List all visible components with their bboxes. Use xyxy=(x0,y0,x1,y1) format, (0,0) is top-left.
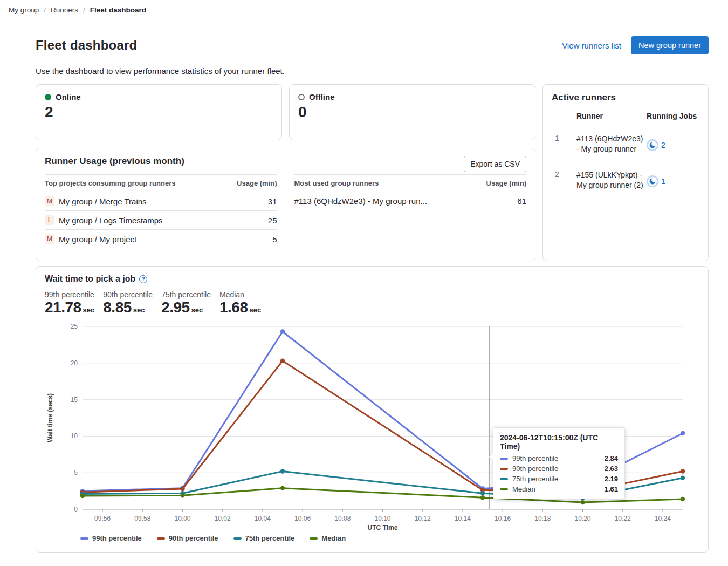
tooltip-row: Median 1.61 xyxy=(500,485,618,493)
svg-text:10:12: 10:12 xyxy=(415,515,431,522)
runner-name: #113 (6QHdzW2e3) - My group run... xyxy=(294,196,428,206)
active-runners-title: Active runners xyxy=(552,92,699,103)
page-description: Use the dashboard to view performance st… xyxy=(36,66,709,76)
active-runners-table: Runner Running Jobs 1 #113 (6QHdzW2e3) -… xyxy=(552,105,699,198)
view-runners-list-link[interactable]: View runners list xyxy=(562,41,621,50)
breadcrumb-runners[interactable]: Runners xyxy=(51,6,78,14)
stat-median: Median 1.68sec xyxy=(219,290,261,316)
legend-item-90th-percentile[interactable]: 90th percentile xyxy=(157,534,218,542)
svg-text:10:18: 10:18 xyxy=(534,515,551,522)
legend-item-99th-percentile[interactable]: 99th percentile xyxy=(80,534,142,542)
series-swatch xyxy=(233,537,242,540)
svg-text:25: 25 xyxy=(71,323,78,330)
tooltip-series-name: 75th percentile xyxy=(512,475,600,483)
page-title: Fleet dashboard xyxy=(36,38,137,53)
table-row: #113 (6QHdzW2e3) - My group run... 61 xyxy=(294,192,527,210)
runner-usage-card: Runner Usage (previous month) Export as … xyxy=(36,148,535,261)
project-avatar: M xyxy=(45,196,54,206)
running-status-icon xyxy=(647,175,658,187)
svg-text:10:14: 10:14 xyxy=(455,515,471,522)
tooltip-series-name: 90th percentile xyxy=(512,465,600,473)
column-header-running-jobs: Running Jobs xyxy=(647,105,699,126)
tooltip-title: 2024-06-12T10:15:00Z (UTC Time) xyxy=(500,433,618,451)
series-swatch xyxy=(310,537,318,540)
tooltip-series-name: 99th percentile xyxy=(512,454,600,462)
usage-minutes: 5 xyxy=(272,235,277,244)
main-content: Fleet dashboard View runners list New gr… xyxy=(0,21,728,563)
tooltip-series-value: 2.84 xyxy=(605,454,618,462)
top-projects-table: Top projects consuming group runners Usa… xyxy=(45,174,277,248)
svg-text:10:20: 10:20 xyxy=(574,515,590,522)
breadcrumb-my-group[interactable]: My group xyxy=(9,6,39,14)
svg-text:10:02: 10:02 xyxy=(215,515,231,522)
svg-text:0: 0 xyxy=(74,506,78,513)
online-count: 2 xyxy=(45,104,273,121)
stat-value: 1.68sec xyxy=(219,299,261,316)
wait-time-title: Wait time to pick a job xyxy=(45,274,135,284)
runner-rank: 1 xyxy=(552,126,576,162)
column-header-usage: Usage (min) xyxy=(237,179,277,187)
tooltip-series-value: 2.19 xyxy=(605,475,618,483)
series-swatch xyxy=(500,488,508,490)
tooltip-series-name: Median xyxy=(512,485,600,493)
series-swatch xyxy=(500,478,508,480)
tooltip-series-value: 1.61 xyxy=(605,485,618,493)
online-card: Online 2 xyxy=(36,84,282,140)
stat-90th-percentile: 90th percentile 8.85sec xyxy=(103,290,153,316)
series-swatch xyxy=(80,537,88,540)
svg-text:09:56: 09:56 xyxy=(94,515,111,522)
export-csv-button[interactable]: Export as CSV xyxy=(464,156,526,172)
stat-label: 90th percentile xyxy=(103,290,153,299)
wait-time-card: Wait time to pick a job ? 99th percentil… xyxy=(36,266,709,553)
project-name: My group / Merge Trains xyxy=(59,197,147,206)
breadcrumb-current: Fleet dashboard xyxy=(90,6,146,14)
svg-text:10:00: 10:00 xyxy=(174,515,190,522)
legend-item-75th-percentile[interactable]: 75th percentile xyxy=(233,534,295,542)
runner-rank: 2 xyxy=(552,162,576,197)
series-swatch xyxy=(157,537,165,540)
table-row: 1 #113 (6QHdzW2e3) - My group runner 2 xyxy=(552,126,699,162)
offline-label: Offline xyxy=(309,92,335,101)
column-header-usage: Usage (min) xyxy=(486,179,526,187)
stat-label: 75th percentile xyxy=(161,290,211,299)
stat-99th-percentile: 99th percentile 21.78sec xyxy=(45,290,94,316)
running-jobs-count[interactable]: 1 xyxy=(661,177,665,186)
offline-card: Offline 0 xyxy=(289,84,535,140)
series-swatch xyxy=(500,458,508,460)
usage-minutes: 31 xyxy=(268,197,277,206)
runner-usage-title: Runner Usage (previous month) xyxy=(45,156,526,167)
table-row: M My group / Merge Trains 31 xyxy=(45,192,277,211)
table-row: M My group / My project 5 xyxy=(45,230,277,248)
most-used-runners-table: Most used group runners Usage (min) #113… xyxy=(294,174,527,248)
chart-tooltip: 2024-06-12T10:15:00Z (UTC Time) 99th per… xyxy=(493,427,625,499)
new-group-runner-button[interactable]: New group runner xyxy=(631,36,709,54)
offline-status-icon xyxy=(298,94,305,100)
legend-label: 75th percentile xyxy=(245,534,295,542)
column-header-top-projects: Top projects consuming group runners xyxy=(45,179,175,187)
tooltip-series-value: 2.63 xyxy=(605,465,618,473)
online-status-icon xyxy=(45,94,51,100)
tooltip-row: 75th percentile 2.19 xyxy=(500,475,618,483)
tooltip-row: 99th percentile 2.84 xyxy=(500,454,618,462)
online-label: Online xyxy=(56,92,81,101)
svg-text:10:22: 10:22 xyxy=(615,515,631,522)
wait-time-stats: 99th percentile 21.78sec 90th percentile… xyxy=(45,290,699,316)
help-icon[interactable]: ? xyxy=(139,275,147,283)
project-name: My group / Logs Timestamps xyxy=(59,216,163,225)
svg-text:10:24: 10:24 xyxy=(655,515,671,522)
stat-value: 8.85sec xyxy=(103,299,153,316)
project-avatar: L xyxy=(45,215,54,225)
legend-item-median[interactable]: Median xyxy=(310,534,346,542)
legend-label: 90th percentile xyxy=(169,534,218,542)
breadcrumb-separator: / xyxy=(83,6,85,14)
svg-text:5: 5 xyxy=(74,469,78,476)
stat-75th-percentile: 75th percentile 2.95sec xyxy=(161,290,211,316)
stat-value: 2.95sec xyxy=(161,299,211,316)
svg-text:10:10: 10:10 xyxy=(374,515,390,522)
table-row: 2 #155 (ULkKYpkpt) - My group runner (2)… xyxy=(552,162,699,197)
usage-minutes: 25 xyxy=(268,216,277,225)
column-header-most-used-runners: Most used group runners xyxy=(294,179,379,187)
breadcrumb-separator: / xyxy=(44,6,46,14)
running-jobs-count[interactable]: 2 xyxy=(661,141,665,149)
chart-legend: 99th percentile90th percentile75th perce… xyxy=(80,534,699,542)
